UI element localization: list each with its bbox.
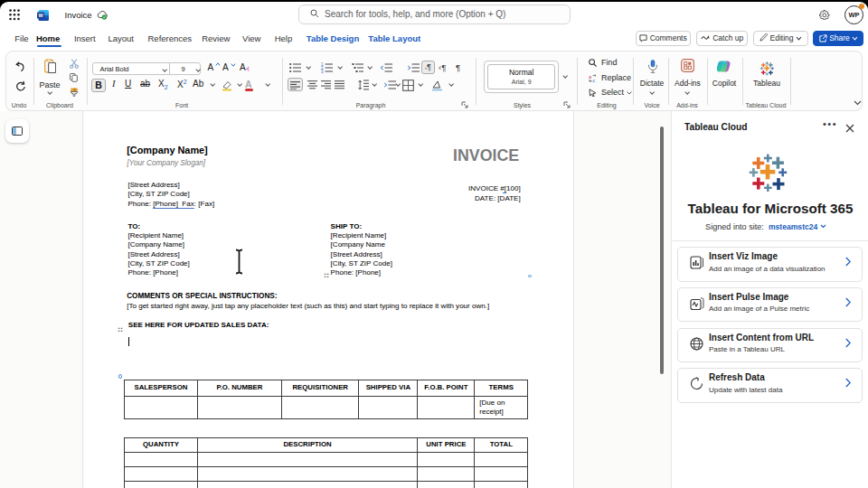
svg-text:a: a <box>589 74 592 80</box>
svg-text:W: W <box>38 13 43 18</box>
svg-text:3: 3 <box>321 70 324 74</box>
svg-text:c: c <box>593 77 596 82</box>
